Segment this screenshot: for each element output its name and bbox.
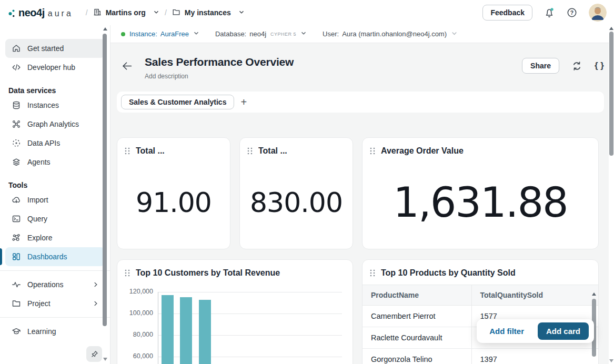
- scroll-up-arrow[interactable]: [609, 27, 613, 30]
- table-row[interactable]: Gorgonzola Telino 1397: [363, 349, 598, 364]
- add-tab-button[interactable]: +: [240, 97, 247, 107]
- tab-sales-customer-analytics[interactable]: Sales & Customer Analytics: [121, 95, 234, 109]
- kpi-card-total-1: Total ... 91.00: [117, 137, 230, 249]
- card-title: Top 10 Customers by Total Revenue: [136, 268, 280, 278]
- drag-handle-icon[interactable]: [124, 269, 130, 277]
- sidebar-item-get-started[interactable]: Get started: [5, 39, 105, 58]
- scroll-down-arrow[interactable]: [609, 359, 613, 362]
- chart-y-tick-label: 60,000: [117, 352, 153, 360]
- dashboards-icon: [12, 252, 21, 261]
- drag-handle-icon[interactable]: [124, 147, 130, 155]
- scroll-up-arrow[interactable]: [592, 292, 596, 296]
- user-dropdown[interactable]: User: Aura (martin.ohanlon@neo4j.com): [323, 30, 458, 38]
- add-description-field[interactable]: Add description: [145, 73, 294, 80]
- chevron-down-icon: [193, 30, 199, 38]
- table-header-row: ProductName TotalQuantitySold: [363, 285, 598, 306]
- pulse-icon: [12, 280, 21, 289]
- neo4j-aura-logo[interactable]: neo4j aura: [8, 7, 73, 19]
- data-apis-icon: [12, 138, 21, 148]
- graduation-cap-icon: [12, 327, 21, 336]
- sidebar-item-label: Developer hub: [27, 63, 75, 72]
- scroll-up-arrow[interactable]: [103, 27, 107, 31]
- column-header-product-name: ProductName: [363, 285, 471, 306]
- svg-text:?: ?: [570, 10, 573, 16]
- breadcrumb-project-label: My instances: [185, 8, 231, 17]
- sidebar-scrollbar: [103, 27, 107, 353]
- folder-icon: [12, 299, 21, 308]
- database-dropdown[interactable]: Database: neo4j CYPHER 5: [215, 30, 307, 38]
- explore-graph-icon: [12, 233, 21, 242]
- drag-handle-icon[interactable]: [369, 269, 376, 277]
- user-label: User:: [323, 30, 339, 38]
- code-braces-button[interactable]: { }: [595, 60, 604, 71]
- dashboard-header: Sales Performance Overview Add descripti…: [117, 56, 604, 80]
- organization-icon: [93, 8, 102, 18]
- table-card-top-products: Top 10 Products by Quantity Sold Product…: [362, 259, 599, 364]
- main-scrollbar: [609, 25, 614, 364]
- refresh-button[interactable]: [571, 60, 582, 72]
- sidebar-item-query[interactable]: Query: [5, 209, 105, 228]
- terminal-icon: [12, 214, 21, 224]
- add-filter-button[interactable]: Add filter: [489, 327, 524, 336]
- kpi-card-average-order-value: Average Order Value 1,631.88: [362, 137, 599, 249]
- neo4j-logo-mark-icon: [8, 7, 15, 18]
- sidebar-item-label: Explore: [27, 234, 52, 242]
- notifications-bell-button[interactable]: [543, 7, 555, 18]
- card-title: Average Order Value: [381, 146, 464, 156]
- brand-name: neo4j: [18, 7, 45, 19]
- sidebar-item-learning[interactable]: Learning: [5, 322, 105, 341]
- share-button[interactable]: Share: [522, 58, 559, 74]
- sidebar-scrollbar-thumb[interactable]: [103, 34, 107, 326]
- feedback-button[interactable]: Feedback: [482, 5, 532, 21]
- sidebar-item-explore[interactable]: Explore: [5, 228, 105, 247]
- instance-dropdown[interactable]: Instance: AuraFree: [121, 30, 199, 38]
- instance-value: AuraFree: [160, 30, 189, 38]
- sidebar-item-dashboards[interactable]: Dashboards: [5, 247, 105, 266]
- kpi-value: 91.00: [136, 187, 212, 218]
- sidebar-item-operations[interactable]: Operations: [5, 275, 105, 294]
- sidebar-item-label: Instances: [27, 101, 59, 109]
- sidebar-item-label: Get started: [27, 44, 64, 53]
- help-button[interactable]: ?: [566, 7, 578, 18]
- breadcrumb-org-dropdown[interactable]: Martins org: [93, 8, 159, 18]
- graph-analytics-icon: [12, 119, 21, 129]
- breadcrumb-project-dropdown[interactable]: My instances: [172, 8, 245, 18]
- database-label: Database:: [215, 30, 246, 38]
- kpi-card-total-2: Total ... 830.00: [239, 137, 353, 249]
- sidebar-item-project[interactable]: Project: [5, 294, 105, 313]
- sidebar-item-graph-analytics[interactable]: Graph Analytics: [5, 115, 105, 134]
- chart-bar[interactable]: [180, 297, 192, 364]
- chart-y-tick-label: 120,000: [117, 288, 153, 295]
- pin-sidebar-button[interactable]: [86, 346, 102, 362]
- chevron-down-icon: [300, 30, 307, 38]
- drag-handle-icon[interactable]: [369, 147, 376, 155]
- table-cell-product: Raclette Courdavault: [363, 327, 471, 349]
- sidebar-item-label: Dashboards: [27, 252, 67, 261]
- user-value: Aura (martin.ohanlon@neo4j.com): [342, 30, 447, 38]
- home-icon: [12, 44, 21, 53]
- main-scrollbar-thumb[interactable]: [609, 32, 613, 156]
- sidebar-item-instances[interactable]: Instances: [5, 96, 105, 115]
- breadcrumb-separator: /: [165, 8, 167, 17]
- sidebar-item-data-apis[interactable]: Data APIs: [5, 134, 105, 153]
- scroll-down-arrow[interactable]: [103, 358, 107, 361]
- breadcrumb-org-label: Martins org: [106, 8, 146, 17]
- chart-bar[interactable]: [162, 295, 174, 364]
- kpi-value: 1,631.88: [393, 179, 567, 226]
- chevron-right-icon: [92, 300, 99, 307]
- chevron-down-icon: [238, 8, 245, 17]
- cypher-version-badge: CYPHER 5: [270, 32, 296, 37]
- sidebar-item-agents[interactable]: Agents: [5, 153, 105, 171]
- chart-y-tick-label: 80,000: [117, 331, 153, 338]
- sidebar-item-import[interactable]: Import: [5, 190, 105, 209]
- code-icon: [12, 63, 21, 72]
- sidebar-item-label: Import: [27, 196, 48, 204]
- chart-y-tick-label: 100,000: [117, 309, 153, 317]
- sidebar-item-label: Agents: [27, 158, 51, 166]
- back-button[interactable]: [121, 60, 133, 72]
- add-card-button[interactable]: Add card: [538, 322, 589, 340]
- user-avatar[interactable]: [589, 4, 607, 22]
- chart-bar[interactable]: [199, 300, 211, 364]
- drag-handle-icon[interactable]: [247, 147, 253, 155]
- sidebar-item-developer-hub[interactable]: Developer hub: [5, 58, 105, 77]
